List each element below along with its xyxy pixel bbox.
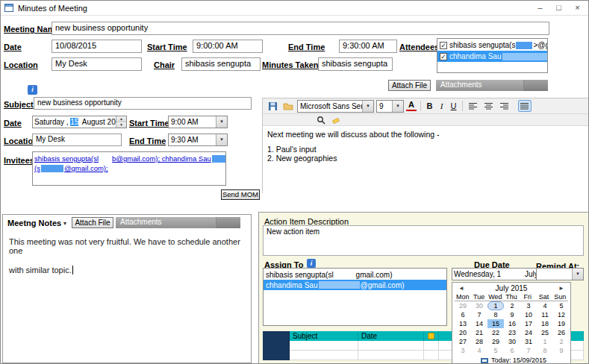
highlight-icon[interactable] — [330, 115, 342, 125]
subject-column-header[interactable]: Subject — [290, 331, 358, 341]
calendar-date[interactable]: 8 — [487, 310, 504, 319]
calendar-date[interactable]: 9 — [504, 310, 520, 319]
assign-info-icon[interactable]: i — [307, 259, 316, 268]
date-spinner[interactable]: ▲▼ — [116, 116, 126, 128]
spin-down-icon[interactable]: ▼ — [116, 122, 126, 128]
underline-button[interactable]: U — [449, 101, 458, 110]
attendees-list[interactable]: ✓shibasis sengupta(s>@gma✓chhandima Sau — [437, 38, 548, 73]
meeting-name-input[interactable]: new business opportunity — [52, 22, 549, 35]
calendar-date[interactable]: 8 — [537, 346, 553, 355]
row-selector[interactable] — [263, 341, 290, 351]
calendar-date[interactable]: 24 — [520, 328, 537, 337]
start-time-input[interactable]: 9:00:00 AM — [193, 40, 263, 53]
assignee-item[interactable]: chhandima Sau@gmail.com) — [264, 280, 446, 290]
attendee-item[interactable]: ✓shibasis sengupta(s>@gma — [437, 40, 547, 51]
dropdown-arrow-icon[interactable]: ▼ — [362, 101, 373, 112]
calendar-date[interactable]: 3 — [520, 301, 537, 310]
calendar-date[interactable]: 10 — [520, 310, 537, 319]
calendar-date[interactable]: 30 — [504, 337, 520, 346]
editor-body[interactable]: Next meeting we will discuss about the f… — [263, 126, 589, 193]
calendar-date[interactable]: 9 — [553, 346, 570, 355]
attendee-item[interactable]: ✓chhandima Sau — [437, 51, 547, 62]
font-family-combo[interactable]: Microsoft Sans Ser ▼ — [297, 100, 374, 113]
calendar-date[interactable]: 7 — [471, 310, 487, 319]
assign-to-list[interactable]: shibasis sengupta(slgmail.com)chhandima … — [263, 268, 447, 326]
invitees-box[interactable]: shibasis sengupta(sl b@gmail.com); chhan… — [32, 151, 226, 186]
calendar-date[interactable]: 22 — [487, 328, 504, 337]
calendar-date[interactable]: 11 — [537, 310, 553, 319]
calendar-date[interactable]: 19 — [553, 319, 570, 328]
find-icon[interactable] — [315, 115, 327, 125]
calendar-date[interactable]: 25 — [537, 328, 553, 337]
open-folder-icon[interactable] — [281, 100, 295, 112]
spin-up-icon[interactable]: ▲ — [116, 116, 126, 122]
font-color-button[interactable]: A — [406, 101, 417, 111]
dropdown-arrow-icon[interactable]: ▼ — [572, 269, 583, 280]
calendar-date[interactable]: 28 — [471, 337, 487, 346]
calendar-date[interactable]: 26 — [553, 328, 570, 337]
calendar-date[interactable]: 1 — [487, 301, 504, 310]
notes-attach-file-button[interactable]: Attach File — [72, 217, 113, 228]
end-time-input[interactable]: 9:30:00 AM — [339, 40, 397, 53]
checkbox-icon[interactable]: ✓ — [440, 42, 447, 49]
calendar-date[interactable]: 14 — [471, 319, 487, 328]
invitee-link[interactable]: @gmail.com); — [64, 164, 108, 172]
calendar-date[interactable]: 2 — [504, 301, 520, 310]
end-time-combo[interactable]: 9:30 AM ▼ — [168, 134, 228, 146]
calendar-date[interactable]: 29 — [487, 337, 504, 346]
action-description-input[interactable]: New action item — [263, 225, 584, 256]
invitee-link[interactable]: shibasis sengupta(sl — [34, 154, 99, 163]
calendar-date[interactable]: 6 — [455, 310, 471, 319]
dropdown-arrow-icon[interactable]: ▼ — [392, 101, 403, 112]
calendar-date[interactable]: 5 — [553, 301, 570, 310]
calendar-date[interactable]: 15 — [487, 319, 504, 328]
remind-at-combo[interactable]: ▼ — [536, 268, 584, 280]
maximize-icon[interactable]: □ — [549, 1, 568, 15]
calendar-date[interactable]: 31 — [520, 337, 537, 346]
calendar-date[interactable]: 4 — [537, 301, 553, 310]
date-column-header[interactable]: Date — [358, 331, 424, 341]
assignee-item[interactable]: shibasis sengupta(slgmail.com) — [264, 269, 446, 280]
row-selector[interactable] — [263, 351, 290, 360]
calendar-prev-icon[interactable]: ◄ — [458, 285, 465, 292]
location-input[interactable]: My Desk — [52, 57, 142, 71]
calendar-date[interactable]: 3 — [455, 346, 471, 355]
minutes-taken-input[interactable]: shibasis sengupta — [318, 57, 393, 71]
calendar-date[interactable]: 13 — [455, 319, 471, 328]
calendar-date[interactable]: 29 — [455, 301, 471, 310]
start-time-combo[interactable]: 9:00 AM ▼ — [168, 116, 228, 128]
attach-file-button[interactable]: Attach File — [388, 80, 431, 91]
meeting-date-picker[interactable]: Saturday , 15 August 20 ▲▼ — [32, 116, 127, 128]
send-mom-button[interactable]: Send MOM — [221, 189, 260, 200]
italic-button[interactable]: I — [437, 101, 446, 110]
calendar-date[interactable]: 6 — [504, 346, 520, 355]
calendar-date[interactable]: 5 — [487, 346, 504, 355]
notes-text[interactable]: This meeting was not very fruitful. We h… — [9, 237, 249, 274]
calendar-date[interactable]: 1 — [537, 337, 553, 346]
chair-input[interactable]: shibasis sengupta — [181, 57, 261, 71]
invitee-link[interactable]: b@gmail.com); chhandima Sau — [112, 154, 211, 163]
align-right-icon[interactable] — [498, 100, 511, 112]
checkbox-icon[interactable]: ✓ — [440, 53, 447, 60]
bold-button[interactable]: B — [425, 101, 434, 110]
dropdown-arrow-icon[interactable]: ▼ — [216, 116, 227, 128]
subject-input[interactable]: new business opportunity — [34, 97, 252, 110]
close-icon[interactable]: × — [568, 1, 587, 15]
calendar-date[interactable]: 23 — [504, 328, 520, 337]
calendar-date[interactable]: 4 — [471, 346, 487, 355]
dropdown-arrow-icon[interactable]: ▼ — [216, 134, 227, 145]
calendar-date[interactable]: 17 — [520, 319, 537, 328]
calendar-date[interactable]: 7 — [520, 346, 537, 355]
calendar-date[interactable]: 18 — [537, 319, 553, 328]
align-center-icon[interactable] — [482, 100, 496, 112]
compose-location-input[interactable]: My Desk — [32, 134, 122, 146]
date-input[interactable]: 10/08/2015 — [52, 40, 142, 53]
calendar-date[interactable]: 30 — [471, 301, 487, 310]
calendar-title[interactable]: July 2015 — [465, 284, 558, 292]
minimize-icon[interactable]: – — [531, 1, 549, 15]
calendar-date[interactable]: 21 — [471, 328, 487, 337]
attachment-column-header[interactable] — [424, 331, 439, 341]
calendar-footer[interactable]: Today: 15/09/2015 — [452, 355, 570, 364]
align-left-icon[interactable] — [467, 100, 480, 112]
compose-info-icon[interactable]: i — [28, 85, 37, 95]
